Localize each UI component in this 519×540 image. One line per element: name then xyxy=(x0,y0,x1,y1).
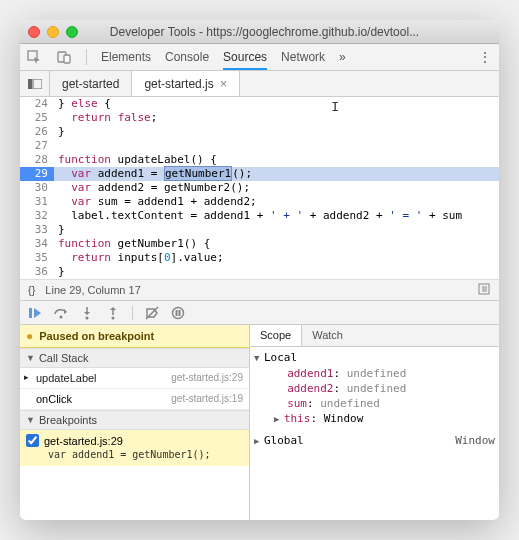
line-number[interactable]: 29 xyxy=(20,167,54,181)
code-text[interactable]: } xyxy=(54,223,65,237)
code-text[interactable]: var sum = addend1 + addend2; xyxy=(54,195,257,209)
breakpoint-item[interactable]: get-started.js:29var addend1 = getNumber… xyxy=(20,430,249,466)
breakpoint-checkbox[interactable] xyxy=(26,434,39,447)
line-number[interactable]: 32 xyxy=(20,209,54,223)
code-line[interactable]: 34function getNumber1() { xyxy=(20,237,499,251)
pretty-print-icon[interactable]: {} xyxy=(28,284,35,296)
disclosure-triangle-icon: ▼ xyxy=(26,415,35,425)
resume-button-icon[interactable] xyxy=(26,304,44,322)
svg-point-10 xyxy=(60,315,63,318)
code-text[interactable]: var addend1 = getNumber1(); xyxy=(54,167,252,181)
code-line[interactable]: 24} else { xyxy=(20,97,499,111)
code-line[interactable]: 32 label.textContent = addend1 + ' + ' +… xyxy=(20,209,499,223)
code-text[interactable]: label.textContent = addend1 + ' + ' + ad… xyxy=(54,209,462,223)
tab-scope[interactable]: Scope xyxy=(250,325,302,346)
call-stack-list: updateLabelget-started.js:29onClickget-s… xyxy=(20,368,249,410)
step-into-icon[interactable] xyxy=(78,304,96,322)
code-line[interactable]: 29 var addend1 = getNumber1(); xyxy=(20,167,499,181)
line-number[interactable]: 35 xyxy=(20,251,54,265)
code-line[interactable]: 31 var sum = addend1 + addend2; xyxy=(20,195,499,209)
scope-this[interactable]: ▶this: Window xyxy=(254,411,495,427)
inspect-element-icon[interactable] xyxy=(26,49,42,65)
svg-point-16 xyxy=(173,307,184,318)
code-text[interactable]: } xyxy=(54,125,65,139)
code-text[interactable]: function updateLabel() { xyxy=(54,153,217,167)
line-number[interactable]: 28 xyxy=(20,153,54,167)
disclosure-triangle-icon: ▼ xyxy=(26,353,35,363)
left-debug-pane: ● Paused on breakpoint ▼ Call Stack upda… xyxy=(20,325,250,520)
scope-variable[interactable]: addend1: undefined xyxy=(254,366,495,381)
scope-tree[interactable]: ▼Local addend1: undefined addend2: undef… xyxy=(250,347,499,520)
scope-local-header[interactable]: ▼Local xyxy=(254,350,495,366)
step-out-icon[interactable] xyxy=(104,304,122,322)
code-text[interactable]: function getNumber1() { xyxy=(54,237,210,251)
debugger-panels: ● Paused on breakpoint ▼ Call Stack upda… xyxy=(20,325,499,520)
tab-elements[interactable]: Elements xyxy=(101,44,151,70)
svg-rect-17 xyxy=(176,310,178,316)
code-line[interactable]: 36} xyxy=(20,265,499,279)
tabs-overflow[interactable]: » xyxy=(339,44,346,70)
line-number[interactable]: 26 xyxy=(20,125,54,139)
file-tab-get-started-js[interactable]: get-started.js × xyxy=(132,71,240,96)
titlebar[interactable]: Developer Tools - https://googlechrome.g… xyxy=(20,20,499,44)
cursor-position: Line 29, Column 17 xyxy=(45,284,140,296)
coverage-toggle-icon[interactable] xyxy=(477,283,491,297)
scope-variable[interactable]: sum: undefined xyxy=(254,396,495,411)
scope-global[interactable]: ▶GlobalWindow xyxy=(254,433,495,449)
line-number[interactable]: 30 xyxy=(20,181,54,195)
debugger-toolbar xyxy=(20,301,499,325)
code-line[interactable]: 26} xyxy=(20,125,499,139)
paused-text: Paused on breakpoint xyxy=(39,330,154,342)
line-number[interactable]: 36 xyxy=(20,265,54,279)
code-line[interactable]: 27 xyxy=(20,139,499,153)
code-editor[interactable]: I 24} else {25 return false;26}2728funct… xyxy=(20,97,499,279)
line-number[interactable]: 31 xyxy=(20,195,54,209)
code-line[interactable]: 25 return false; xyxy=(20,111,499,125)
svg-rect-18 xyxy=(179,310,181,316)
navigator-toggle-icon[interactable] xyxy=(20,71,50,96)
file-tab-bar: get-started get-started.js × xyxy=(20,71,499,97)
line-number[interactable]: 34 xyxy=(20,237,54,251)
svg-rect-4 xyxy=(33,79,42,89)
code-text[interactable]: return false; xyxy=(54,111,157,125)
svg-point-12 xyxy=(86,316,89,319)
call-stack-header[interactable]: ▼ Call Stack xyxy=(20,348,249,368)
code-text[interactable]: return inputs[0].value; xyxy=(54,251,224,265)
window-title: Developer Tools - https://googlechrome.g… xyxy=(38,25,491,39)
code-line[interactable]: 30 var addend2 = getNumber2(); xyxy=(20,181,499,195)
line-number[interactable]: 33 xyxy=(20,223,54,237)
device-toggle-icon[interactable] xyxy=(56,49,72,65)
call-stack-frame[interactable]: updateLabelget-started.js:29 xyxy=(20,368,249,389)
code-line[interactable]: 33} xyxy=(20,223,499,237)
line-number[interactable]: 25 xyxy=(20,111,54,125)
deactivate-breakpoints-icon[interactable] xyxy=(143,304,161,322)
tab-console[interactable]: Console xyxy=(165,44,209,70)
tab-sources[interactable]: Sources xyxy=(223,44,267,70)
code-text[interactable]: } xyxy=(54,265,65,279)
call-stack-label: Call Stack xyxy=(39,352,89,364)
paused-banner: ● Paused on breakpoint xyxy=(20,325,249,348)
step-over-icon[interactable] xyxy=(52,304,70,322)
svg-rect-3 xyxy=(28,79,32,89)
devtools-window: Developer Tools - https://googlechrome.g… xyxy=(20,20,499,520)
code-text[interactable] xyxy=(54,139,58,153)
code-line[interactable]: 35 return inputs[0].value; xyxy=(20,251,499,265)
tab-network[interactable]: Network xyxy=(281,44,325,70)
pause-exceptions-icon[interactable] xyxy=(169,304,187,322)
code-text[interactable]: } else { xyxy=(54,97,111,111)
file-tab-label: get-started xyxy=(62,77,119,91)
breakpoints-label: Breakpoints xyxy=(39,414,97,426)
file-tab-get-started[interactable]: get-started xyxy=(50,71,132,96)
line-number[interactable]: 27 xyxy=(20,139,54,153)
svg-point-14 xyxy=(112,316,115,319)
code-text[interactable]: var addend2 = getNumber2(); xyxy=(54,181,250,195)
scope-variable[interactable]: addend2: undefined xyxy=(254,381,495,396)
close-tab-icon[interactable]: × xyxy=(220,76,228,91)
line-number[interactable]: 24 xyxy=(20,97,54,111)
call-stack-frame[interactable]: onClickget-started.js:19 xyxy=(20,389,249,410)
code-line[interactable]: 28function updateLabel() { xyxy=(20,153,499,167)
breakpoints-header[interactable]: ▼ Breakpoints xyxy=(20,410,249,430)
toolbar-separator xyxy=(86,49,87,65)
menu-kebab-icon[interactable]: ⋮ xyxy=(478,49,493,65)
tab-watch[interactable]: Watch xyxy=(302,325,353,346)
